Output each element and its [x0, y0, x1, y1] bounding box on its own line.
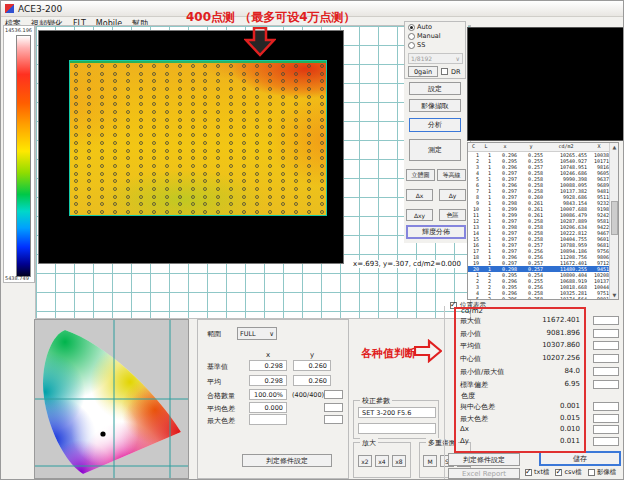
measure-point: [178, 102, 182, 106]
measure-point: [191, 156, 195, 160]
measure-point: [255, 156, 259, 160]
measure-point: [152, 133, 156, 137]
checkbox-icon[interactable]: [525, 469, 532, 476]
luminance-distribution-button[interactable]: 輝度分佈: [406, 225, 466, 239]
scroll-thumb[interactable]: [611, 201, 618, 235]
mode-radio-auto[interactable]: Auto: [408, 23, 465, 31]
stereo-button[interactable]: 立體圖: [406, 169, 435, 181]
measure-point: [178, 149, 182, 153]
measure-point: [255, 195, 259, 199]
measure-point: [281, 133, 285, 137]
table-scrollbar[interactable]: ▲ ▼: [609, 143, 618, 299]
excel-report-button[interactable]: Excel Report: [448, 468, 520, 479]
checkbox-icon[interactable]: [588, 469, 595, 476]
average-x-field[interactable]: 0.298: [249, 375, 287, 386]
image-canvas[interactable]: [38, 30, 344, 264]
calibration-value-field[interactable]: SET 3-200 F5.6: [358, 407, 436, 418]
measure-point: [87, 118, 91, 122]
measure-point: [152, 149, 156, 153]
multi-m-button[interactable]: M: [423, 455, 437, 467]
file-format-check[interactable]: 影像檔: [588, 468, 617, 477]
delta-xy-button[interactable]: Δxy: [406, 209, 433, 221]
mode-radio-ss[interactable]: SS: [408, 41, 465, 49]
camera-preview: [467, 27, 624, 141]
measure-point: [216, 79, 220, 83]
contour-button[interactable]: 等高線: [437, 169, 466, 181]
calibration-extra-field[interactable]: [358, 423, 436, 434]
measure-point: [139, 172, 143, 176]
zoom-label: 放大: [360, 438, 378, 448]
measure-point: [203, 141, 207, 145]
max-colordiff-indicator-box: [324, 415, 343, 424]
checkbox-icon[interactable]: [555, 469, 562, 476]
measure-point: [100, 195, 104, 199]
measure-point: [165, 172, 169, 176]
average-y-field[interactable]: 0.260: [293, 375, 331, 386]
zero-gain-button[interactable]: 0gain: [408, 66, 438, 77]
zoom-x2-button[interactable]: x2: [358, 455, 372, 467]
save-button[interactable]: 儲存: [539, 451, 621, 466]
measure-point: [307, 202, 311, 206]
table-header-cell: X: [589, 143, 611, 151]
measure-point: [242, 110, 246, 114]
reference-label: 基準值: [207, 362, 228, 372]
measure-point: [87, 187, 91, 191]
measure-point: [74, 187, 78, 191]
lum-indicator-box: [593, 380, 619, 389]
exposure-select[interactable]: 1/8192∨: [408, 53, 463, 64]
measure-point: [268, 87, 272, 91]
max-colordiff-label: 最大色差: [207, 416, 235, 426]
radio-label: Auto: [417, 23, 432, 31]
measure-point: [255, 72, 259, 76]
measure-point: [203, 72, 207, 76]
file-format-check[interactable]: txt檔: [525, 468, 549, 477]
stat-row: Δx0.010: [460, 425, 580, 433]
radio-icon[interactable]: [408, 42, 415, 49]
table-row[interactable]: 520.2960.25810174.5649801: [468, 296, 618, 300]
reference-y-field[interactable]: 0.260: [293, 360, 331, 371]
judge-condition-button-middle[interactable]: 判定條件設定: [242, 454, 332, 467]
measure-point: [320, 118, 324, 122]
scroll-down-icon[interactable]: ▼: [610, 291, 619, 299]
measure-point: [87, 156, 91, 160]
measure-point: [74, 95, 78, 99]
analyze-button[interactable]: 分析: [409, 118, 461, 132]
measurement-table[interactable]: CLxycd/m2X 110.2960.25510265.45510038210…: [467, 142, 619, 300]
luminance-stats-rows: 最大值11672.401最小值9081.896平均值10307.860中心值10…: [460, 316, 580, 394]
range-select[interactable]: FULL∨: [237, 327, 277, 340]
measure-button[interactable]: 測定: [409, 139, 461, 161]
image-capture-button[interactable]: 影像擷取: [409, 99, 461, 112]
measure-point: [152, 102, 156, 106]
zoom-x8-button[interactable]: x8: [392, 455, 406, 467]
lum-indicator-box: [593, 341, 619, 350]
mode-radio-manual[interactable]: Manual: [408, 32, 465, 40]
measure-point: [191, 125, 195, 129]
measure-point: [139, 149, 143, 153]
dr-checkbox[interactable]: [441, 68, 448, 75]
scroll-up-icon[interactable]: ▲: [610, 143, 619, 151]
measure-point: [74, 149, 78, 153]
measure-point: [139, 156, 143, 160]
table-body[interactable]: 110.2960.25510265.45510038210.2950.25510…: [468, 152, 618, 300]
radio-icon[interactable]: [408, 33, 415, 40]
radio-icon[interactable]: [408, 24, 415, 31]
measure-point: [307, 179, 311, 183]
reference-x-field[interactable]: 0.298: [249, 360, 287, 371]
zoom-x4-button[interactable]: x4: [375, 455, 389, 467]
measure-point: [178, 125, 182, 129]
delta-y-button[interactable]: Δy: [439, 189, 466, 201]
measure-point: [165, 72, 169, 76]
measure-point: [268, 179, 272, 183]
measure-point: [126, 72, 130, 76]
measure-point: [320, 110, 324, 114]
measure-point: [229, 102, 233, 106]
color-zone-button[interactable]: 色區: [439, 209, 466, 221]
judge-condition-button[interactable]: 判定條件設定: [448, 453, 520, 466]
delta-x-button[interactable]: Δx: [406, 189, 433, 201]
file-format-check[interactable]: csv檔: [555, 468, 581, 477]
settings-button[interactable]: 設定: [409, 82, 461, 95]
position-display-checkbox[interactable]: [450, 302, 457, 309]
lum-indicator-box: [593, 316, 619, 325]
measure-point: [294, 133, 298, 137]
measure-point: [281, 149, 285, 153]
